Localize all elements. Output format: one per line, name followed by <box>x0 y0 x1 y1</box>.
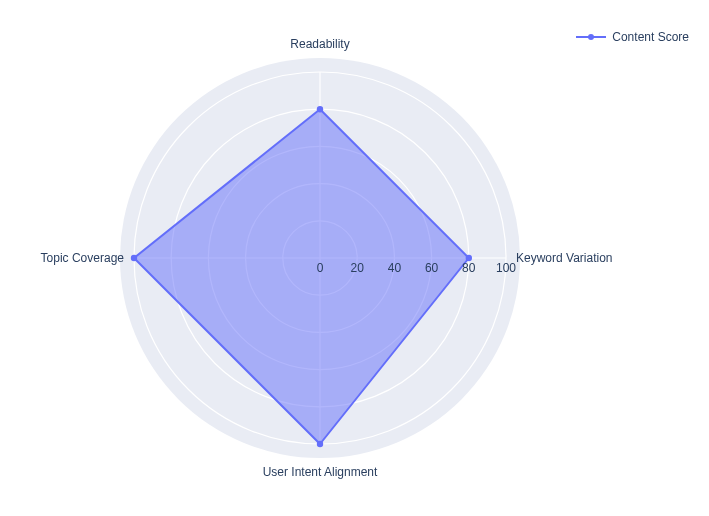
legend[interactable]: Content Score <box>576 30 689 44</box>
point-topic-coverage <box>131 255 137 261</box>
axis-label-right: Keyword Variation <box>516 251 613 265</box>
point-readability <box>317 106 323 112</box>
legend-swatch-icon <box>576 31 606 43</box>
axis-label-left: Topic Coverage <box>41 251 125 265</box>
axis-label-bottom: User Intent Alignment <box>263 465 378 479</box>
tick-0: 0 <box>317 261 324 275</box>
radar-chart: 0 20 40 60 80 100 Keyword Variation Read… <box>0 0 709 516</box>
radar-svg: 0 20 40 60 80 100 Keyword Variation Read… <box>0 0 709 516</box>
point-user-intent <box>317 441 323 447</box>
tick-40: 40 <box>388 261 402 275</box>
axis-label-top: Readability <box>290 37 349 51</box>
tick-20: 20 <box>351 261 365 275</box>
tick-80: 80 <box>462 261 476 275</box>
tick-100: 100 <box>496 261 516 275</box>
legend-label: Content Score <box>612 30 689 44</box>
tick-60: 60 <box>425 261 439 275</box>
